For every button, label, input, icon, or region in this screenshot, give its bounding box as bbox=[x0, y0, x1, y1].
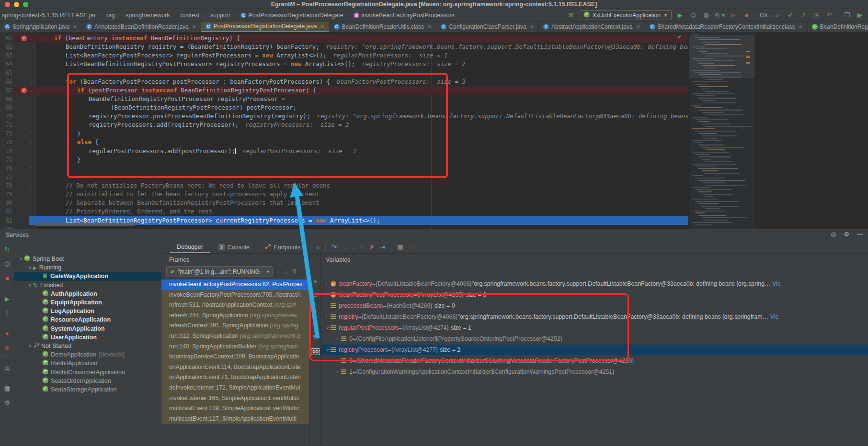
add-watch-button[interactable]: + bbox=[310, 279, 320, 285]
code-area[interactable]: 61✓⌄if (beanFactory instanceof BeanDefin… bbox=[0, 33, 688, 229]
stack-frame-row[interactable]: invokeBeanFactoryPostProcessors:705, Abs… bbox=[161, 290, 309, 301]
git-commit-button[interactable]: ✔ bbox=[786, 11, 795, 20]
git-update-button[interactable]: ↙ bbox=[773, 11, 782, 20]
code-line[interactable]: 79// uninitialized to let the bean facto… bbox=[0, 190, 688, 199]
hide-icon[interactable]: — bbox=[857, 231, 863, 238]
locate-icon[interactable]: ◎ bbox=[831, 231, 836, 238]
code-line[interactable]: 77 bbox=[0, 173, 688, 181]
error-stripe-mark[interactable] bbox=[746, 62, 750, 64]
variable-row[interactable]: processedBeans = {HashSet@4269} size = 0 bbox=[321, 301, 868, 311]
build-hammer-icon[interactable]: ⚒ bbox=[567, 11, 575, 20]
breadcrumb-item[interactable]: support bbox=[209, 11, 231, 19]
variable-row[interactable]: 〉pbeanFactory = {DefaultListableBeanFact… bbox=[321, 279, 868, 289]
stack-frame-row[interactable]: doInvokeListener:172, SimpleApplicationE… bbox=[161, 383, 309, 393]
settings-button[interactable]: ⚙ bbox=[0, 399, 14, 406]
stack-frame-row[interactable]: refresh:531, AbstractApplicationContext … bbox=[161, 300, 309, 311]
close-tab-icon[interactable]: ✕ bbox=[192, 24, 196, 30]
code-line[interactable]: 71registryProcessors.add(registryProcess… bbox=[0, 121, 688, 129]
run-to-cursor-button[interactable]: ⇥ bbox=[380, 244, 385, 251]
code-minimap[interactable] bbox=[688, 33, 754, 229]
expand-chevron-icon[interactable]: ∨ bbox=[18, 256, 24, 261]
view-breakpoints-button[interactable]: ● bbox=[0, 330, 14, 337]
view-value-link[interactable]: Vie bbox=[770, 313, 779, 320]
layout-button[interactable]: ▦ bbox=[0, 385, 14, 392]
service-tree-item[interactable]: ∨↻Finished bbox=[14, 281, 161, 290]
editor-tab[interactable]: CAbstractApplicationContext.java✕ bbox=[539, 22, 645, 32]
breakpoint-icon[interactable]: ✓ bbox=[21, 88, 27, 93]
rerun-button[interactable]: ↻ bbox=[0, 246, 14, 253]
code-line[interactable]: 78⌄// Do not initialize FactoryBeans her… bbox=[0, 181, 688, 190]
move-up-button[interactable]: ▲ bbox=[310, 307, 320, 314]
breadcrumb-item[interactable]: springframework bbox=[125, 11, 171, 19]
service-tree-item[interactable]: EquiptApplication bbox=[14, 298, 161, 307]
profiler-button[interactable]: ◴ ▾ bbox=[715, 11, 725, 20]
step-over-button[interactable]: ↷ bbox=[331, 244, 337, 251]
remove-watch-button[interactable]: − bbox=[310, 293, 320, 300]
editor-tab[interactable]: IBeanDefinitionRegistryP✕ bbox=[808, 22, 868, 32]
code-line[interactable]: 67✓⌄if (postProcessor instanceof BeanDef… bbox=[0, 86, 688, 95]
stack-frame-row[interactable]: run:140, SpringApplicationBuilder (org.s… bbox=[161, 342, 309, 352]
variable-row[interactable]: 〉registry = {DefaultListableBeanFactory@… bbox=[321, 312, 868, 322]
code-line[interactable]: 63List<BeanFactoryPostProcessor> regular… bbox=[0, 51, 688, 60]
code-line[interactable]: 80// Separate between BeanDefinitionRegi… bbox=[0, 199, 688, 207]
expand-chevron-icon[interactable]: 〉 bbox=[335, 336, 341, 342]
service-tree-item[interactable]: LogApplication bbox=[14, 307, 161, 315]
service-tree-item[interactable]: GateWayApplication bbox=[14, 272, 161, 280]
expand-chevron-icon[interactable]: 〉 bbox=[325, 292, 331, 298]
minimap-viewport[interactable] bbox=[689, 35, 754, 78]
thread-selector[interactable]: ✔ "main"@1 in g…ain": RUNNING ▼ bbox=[166, 266, 273, 277]
step-into-button[interactable]: ↓ bbox=[343, 244, 346, 251]
code-line[interactable]: 68BeanDefinitionRegistryPostProcessor re… bbox=[0, 95, 688, 103]
pause-button[interactable]: ∥ bbox=[0, 309, 14, 316]
close-tab-icon[interactable]: ✕ bbox=[530, 24, 534, 30]
run-configuration-selector[interactable]: XxlJobExecutorApplication▼ bbox=[580, 10, 672, 20]
stack-frame-row[interactable]: onApplicationEvent:71, BootstrapApplicat… bbox=[161, 372, 309, 383]
expand-chevron-icon[interactable]: 〉 bbox=[325, 314, 331, 320]
service-tree-item[interactable]: RabbitConsumerApplication bbox=[14, 368, 161, 377]
drop-frame-button[interactable]: ✗ bbox=[369, 244, 374, 251]
horizontal-scrollbar[interactable] bbox=[34, 223, 135, 226]
fold-marker[interactable]: ⌄ bbox=[30, 34, 32, 43]
stack-frame-row[interactable]: multicastEvent:127, SimpleApplicationEve… bbox=[161, 414, 309, 424]
code-line[interactable]: 62BeanDefinitionRegistry registry = (Bea… bbox=[0, 43, 688, 51]
evaluate-expression-button[interactable]: ▦ bbox=[397, 244, 403, 251]
code-line[interactable]: 74regularPostProcessors.add(postProcesso… bbox=[0, 147, 688, 156]
variable-row[interactable]: 〉0 = {SharedMetadataReaderFactoryContext… bbox=[321, 356, 868, 366]
debugger-tab-console[interactable]: ❯Console bbox=[212, 241, 256, 253]
git-push-button[interactable]: ↗ bbox=[799, 11, 808, 20]
inspections-ok-icon[interactable]: ✔ bbox=[677, 34, 682, 40]
fold-marker[interactable]: ⌄ bbox=[30, 86, 32, 95]
service-tree-item[interactable]: ∨Spring Boot bbox=[14, 255, 161, 263]
editor-tab[interactable]: CSpringApplication.java✕ bbox=[0, 22, 82, 32]
code-line[interactable]: 72⌃} bbox=[0, 129, 688, 138]
step-out-button[interactable]: ↑ bbox=[360, 244, 364, 251]
close-tab-icon[interactable]: ✕ bbox=[427, 24, 432, 30]
duplicate-button[interactable]: ▤ bbox=[310, 334, 320, 341]
service-tree-item[interactable]: ∨Not Started bbox=[14, 342, 161, 350]
stack-frame-row[interactable]: onApplicationEvent:114, BootstrapApplica… bbox=[161, 362, 309, 373]
service-tree-item[interactable]: SeataOrderApplication bbox=[14, 377, 161, 385]
force-step-into-button[interactable]: ↓ bbox=[351, 244, 354, 251]
move-down-button[interactable]: ▼ bbox=[310, 320, 320, 326]
breakpoint-icon[interactable]: ✓ bbox=[21, 35, 27, 41]
breadcrumb-item[interactable]: spring-context-5.1.15.RELEASE.jar bbox=[1, 11, 97, 19]
service-tree-item[interactable]: SeataStorageApplication bbox=[14, 385, 161, 394]
code-line[interactable]: 61✓⌄if (beanFactory instanceof BeanDefin… bbox=[0, 34, 688, 43]
stack-frame-row[interactable]: bootstrapServiceContext:209, BootstrapAp… bbox=[161, 352, 309, 362]
fold-marker[interactable]: ⌃ bbox=[30, 129, 32, 138]
debugger-tab-debugger[interactable]: Debugger bbox=[170, 241, 210, 253]
resume-button[interactable]: ▶ bbox=[0, 295, 14, 302]
editor-tab[interactable]: CSharedMetadataReaderFactoryContextIniti… bbox=[645, 22, 808, 32]
structure-button[interactable]: ❐ bbox=[843, 11, 851, 20]
breadcrumb-item[interactable]: org bbox=[105, 11, 116, 19]
service-tree-item[interactable]: SystemApplication bbox=[14, 324, 161, 333]
run-anything-button[interactable]: ▶ bbox=[856, 11, 864, 20]
fold-marker[interactable]: ⌃ bbox=[30, 164, 32, 173]
editor-tab[interactable]: CAnnotatedBeanDefinitionReader.java✕ bbox=[82, 22, 201, 32]
code-line[interactable]: 76⌃} bbox=[0, 164, 688, 173]
expand-chevron-icon[interactable]: ∨ bbox=[27, 344, 33, 348]
editor-tab[interactable]: CConfigurationClassParser.java✕ bbox=[436, 22, 539, 32]
stack-frame-row[interactable]: run:312, SpringApplication (org.springfr… bbox=[161, 331, 309, 342]
stack-frame-row[interactable]: invokeBeanFactoryPostProcessors:82, Post… bbox=[161, 279, 309, 290]
service-tree-item[interactable]: ResourceApplication bbox=[14, 315, 161, 324]
